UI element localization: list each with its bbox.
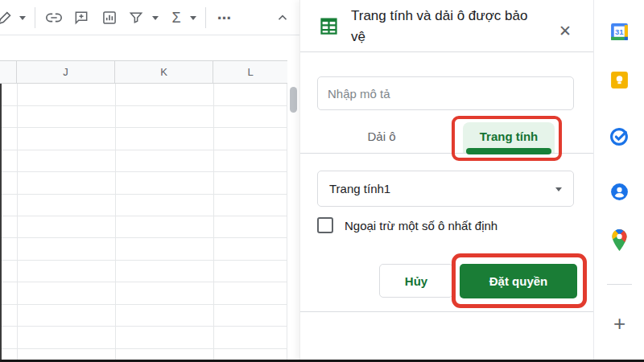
cancel-button[interactable]: Hủy	[379, 264, 453, 298]
close-icon[interactable]: ✕	[554, 19, 576, 42]
grid-vline	[213, 84, 214, 360]
toolbar: Σ ⋯	[0, 0, 299, 35]
column-header-l[interactable]: L	[213, 61, 287, 83]
window-left-edge	[0, 84, 2, 362]
filter-dropdown-icon[interactable]	[149, 0, 162, 35]
tab-range[interactable]: Dải ô	[317, 119, 446, 153]
grid-vline	[287, 84, 287, 360]
column-header-k[interactable]: K	[115, 61, 213, 83]
paint-pen-icon[interactable]	[0, 0, 15, 35]
collapse-toolbar-icon[interactable]	[272, 0, 293, 35]
spreadsheet-grid: J K L	[0, 35, 299, 362]
set-permissions-button[interactable]: Đặt quyền	[460, 264, 577, 298]
google-maps-icon[interactable]	[609, 228, 630, 253]
google-tasks-icon[interactable]	[609, 126, 630, 146]
add-addon-button[interactable]: +	[609, 314, 630, 334]
google-sheets-window: Σ ⋯ J K L	[0, 0, 644, 362]
insert-link-icon[interactable]	[44, 0, 64, 35]
grid-cells[interactable]	[0, 84, 287, 360]
more-options-icon[interactable]: ⋯	[213, 0, 237, 35]
description-input[interactable]	[317, 76, 574, 110]
chevron-down-icon	[555, 187, 562, 191]
panel-divider	[300, 311, 593, 312]
panel-header: Trang tính và dải ô được bảo vệ ✕	[300, 0, 593, 52]
panel-title: Trang tính và dải ô được bảo vệ	[351, 6, 544, 47]
protected-ranges-panel: Trang tính và dải ô được bảo vệ ✕ Dải ô …	[299, 0, 593, 362]
functions-dropdown-icon[interactable]	[187, 0, 200, 35]
tabs-row: Dải ô Trang tính	[300, 119, 593, 154]
insert-chart-icon[interactable]	[100, 0, 119, 35]
google-contacts-icon[interactable]	[609, 182, 630, 202]
sheet-dropdown[interactable]: Trang tính1	[317, 171, 574, 207]
column-header-partial[interactable]	[0, 61, 17, 83]
toolbar-separator	[35, 7, 35, 28]
except-cells-option[interactable]: Ngoại trừ một số ô nhất định	[317, 217, 497, 233]
svg-text:31: 31	[615, 28, 623, 36]
google-keep-icon[interactable]	[609, 70, 630, 90]
sheet-dropdown-value: Trang tính1	[329, 182, 390, 195]
apps-sidebar: 31	[593, 0, 644, 362]
vertical-scrollbar[interactable]	[290, 87, 297, 113]
insert-comment-icon[interactable]	[72, 0, 91, 35]
except-cells-label: Ngoại trừ một số ô nhất định	[345, 219, 497, 232]
sidebar-separator	[607, 284, 632, 285]
sheets-table-icon	[318, 15, 340, 40]
column-header-j[interactable]: J	[17, 61, 115, 83]
grid-vline	[115, 84, 116, 360]
toolbar-separator	[205, 7, 206, 28]
grid-vline	[17, 84, 18, 360]
google-calendar-icon[interactable]: 31	[609, 22, 630, 42]
paint-pen-dropdown-icon[interactable]	[16, 0, 29, 35]
except-cells-checkbox[interactable]	[317, 217, 333, 233]
column-headers: J K L	[0, 60, 287, 84]
functions-sigma-icon[interactable]: Σ	[167, 0, 185, 35]
tab-sheet[interactable]: Trang tính	[463, 119, 555, 153]
filter-icon[interactable]	[126, 0, 146, 35]
